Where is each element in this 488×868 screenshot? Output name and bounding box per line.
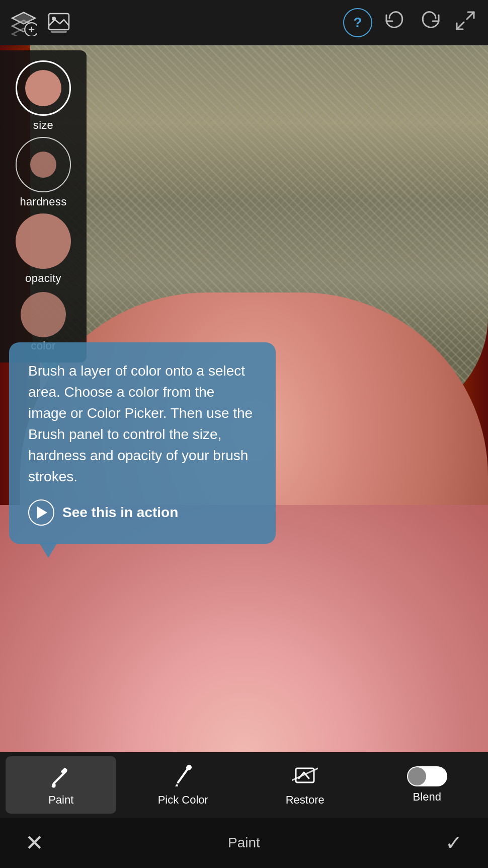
color-circle[interactable] — [21, 292, 66, 337]
paint-tool[interactable]: Paint — [6, 756, 116, 814]
svg-line-10 — [467, 12, 474, 19]
svg-rect-13 — [61, 767, 68, 774]
redo-button[interactable] — [418, 8, 443, 38]
svg-rect-18 — [296, 768, 314, 782]
help-button[interactable]: ? — [343, 8, 372, 37]
opacity-control[interactable]: opacity — [8, 213, 78, 285]
layers-button[interactable] — [10, 9, 37, 36]
size-label: size — [33, 119, 53, 132]
restore-label: Restore — [286, 793, 324, 807]
svg-line-15 — [178, 768, 188, 782]
undo-button[interactable] — [382, 8, 408, 38]
restore-tool[interactable]: Restore — [250, 756, 360, 814]
top-bar: ? — [0, 0, 488, 45]
play-button[interactable] — [28, 499, 54, 526]
top-bar-right: ? — [343, 8, 478, 38]
hardness-circle[interactable] — [16, 137, 71, 192]
svg-line-11 — [457, 22, 464, 29]
svg-point-14 — [52, 783, 56, 788]
hardness-circle-inner — [30, 152, 56, 178]
hardness-label: hardness — [20, 195, 67, 208]
bottom-bar: ✕ Paint ✓ — [0, 818, 488, 868]
tooltip-action[interactable]: See this in action — [28, 499, 257, 526]
svg-point-8 — [52, 17, 56, 21]
blend-label: Blend — [413, 790, 441, 804]
confirm-button[interactable]: ✓ — [440, 829, 468, 857]
top-bar-left — [10, 9, 72, 36]
blend-tool[interactable]: Blend — [372, 759, 482, 811]
bottom-toolbar: Paint Pick Color Restore Blend — [0, 752, 488, 818]
expand-button[interactable] — [453, 8, 478, 38]
toggle-knob — [408, 767, 426, 785]
close-button[interactable]: ✕ — [20, 829, 48, 857]
action-link[interactable]: See this in action — [62, 504, 178, 521]
pick-color-label: Pick Color — [158, 793, 208, 807]
image-button[interactable] — [45, 9, 72, 36]
blend-toggle[interactable] — [407, 766, 447, 786]
opacity-label: opacity — [25, 272, 61, 285]
size-control[interactable]: size — [8, 60, 78, 132]
pick-color-tool[interactable]: Pick Color — [128, 756, 238, 814]
left-panel: size hardness opacity color — [0, 50, 87, 363]
size-circle-inner — [25, 70, 61, 106]
opacity-circle[interactable] — [16, 213, 71, 269]
info-tooltip: Brush a layer of color onto a select are… — [9, 342, 276, 544]
paint-label: Paint — [48, 793, 73, 807]
hardness-control[interactable]: hardness — [8, 137, 78, 208]
bottom-bar-title: Paint — [48, 835, 440, 851]
restore-icon — [292, 763, 318, 789]
paint-icon — [48, 763, 74, 789]
pick-color-icon — [170, 763, 196, 789]
tooltip-text: Brush a layer of color onto a select are… — [28, 360, 257, 487]
svg-rect-9 — [51, 31, 67, 33]
size-circle[interactable] — [16, 60, 71, 116]
